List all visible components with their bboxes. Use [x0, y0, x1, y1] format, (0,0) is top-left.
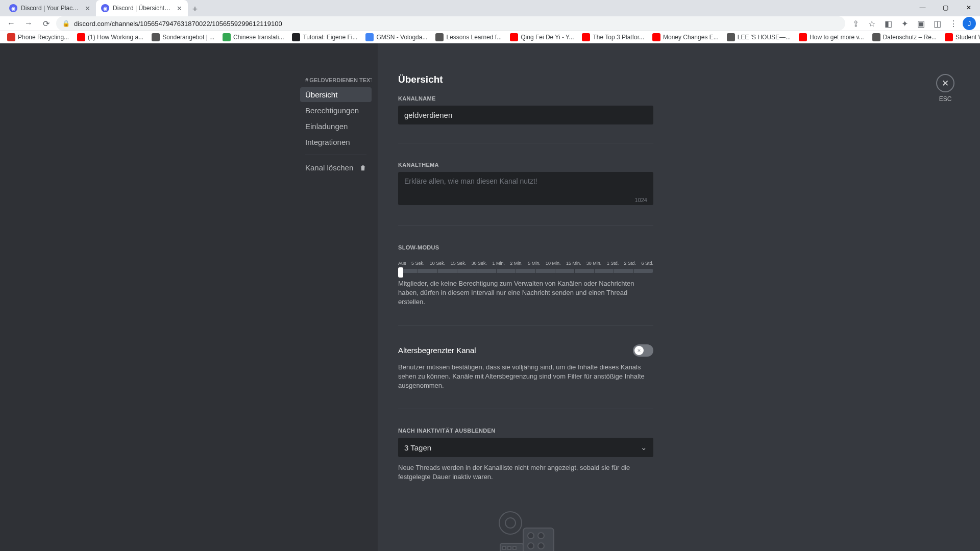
- slider-tick: [555, 269, 555, 273]
- sidebar-header: #GELDVERDIENEN TEXTKANÄ: [300, 74, 372, 86]
- back-button[interactable]: ←: [4, 16, 18, 31]
- bookmark-item[interactable]: Lessons Learned f...: [432, 31, 505, 43]
- forward-button[interactable]: →: [21, 16, 36, 31]
- maximize-button[interactable]: ▢: [934, 0, 957, 15]
- browser-tab[interactable]: ◉ Discord | Your Place to Talk an ✕: [4, 0, 96, 16]
- chevron-down-icon: ⌄: [641, 443, 647, 452]
- browser-tab-active[interactable]: ◉ Discord | Übersicht | Server v ✕: [96, 0, 188, 16]
- slider-tick: [418, 269, 418, 273]
- bookmark-favicon: [152, 33, 160, 41]
- sidebar-separator: [305, 155, 366, 155]
- bookmark-item[interactable]: GMSN - Vologda...: [362, 31, 430, 43]
- slowmode-slider[interactable]: Aus5 Sek.10 Sek.15 Sek.30 Sek.1 Min.2 Mi…: [398, 261, 653, 273]
- sidebar-item-invites[interactable]: Einladungen: [300, 119, 372, 134]
- puzzle-icon[interactable]: ✦: [897, 16, 912, 31]
- bookmark-label: Datenschutz – Re...: [883, 34, 937, 41]
- channel-topic-input[interactable]: [398, 172, 653, 205]
- bookmark-item[interactable]: Tutorial: Eigene Fi...: [289, 31, 360, 43]
- bookmark-item[interactable]: LEE 'S HOUSE—...: [724, 31, 794, 43]
- bookmark-favicon: [292, 33, 300, 41]
- slider-thumb[interactable]: [398, 267, 403, 278]
- sidebar-item-overview[interactable]: Übersicht: [300, 87, 372, 102]
- bookmark-favicon: [77, 33, 85, 41]
- extension-icon[interactable]: ◫: [930, 16, 944, 31]
- sidebar-item-integrations[interactable]: Integrationen: [300, 135, 372, 149]
- slider-tick-label: 10 Sek.: [430, 261, 446, 266]
- close-label: ESC: [939, 95, 952, 103]
- sidebar-delete-channel[interactable]: Kanal löschen: [300, 160, 372, 175]
- channel-settings-layer: #GELDVERDIENEN TEXTKANÄ Übersicht Berech…: [0, 43, 980, 551]
- bookmark-favicon: [435, 33, 444, 41]
- age-restricted-toggle[interactable]: [633, 344, 653, 357]
- bookmark-item[interactable]: Qing Fei De Yi - Y...: [507, 31, 577, 43]
- bookmark-label: LEE 'S HOUSE—...: [738, 34, 791, 41]
- address-bar[interactable]: 🔒 discord.com/channels/10565479476318700…: [56, 16, 845, 31]
- bookmark-item[interactable]: (1) How Working a...: [74, 31, 146, 43]
- bookmark-label: Chinese translati...: [233, 34, 284, 41]
- svg-rect-9: [508, 546, 511, 549]
- slider-tick: [477, 269, 477, 273]
- profile-avatar[interactable]: J: [963, 17, 976, 30]
- trash-icon: [359, 164, 366, 171]
- bookmark-item[interactable]: Money Changes E...: [649, 31, 722, 43]
- bookmark-favicon: [799, 33, 807, 41]
- url-text: discord.com/channels/1056547947631870022…: [74, 20, 282, 28]
- close-window-button[interactable]: ✕: [957, 0, 980, 15]
- bookmark-item[interactable]: Student Wants an...: [942, 31, 980, 43]
- bookmark-label: Money Changes E...: [663, 34, 719, 41]
- bookmark-item[interactable]: Chinese translati...: [219, 31, 287, 43]
- reload-button[interactable]: ⟳: [39, 16, 53, 31]
- close-icon[interactable]: ✕: [84, 5, 91, 12]
- tab-title: Discord | Übersicht | Server v: [113, 5, 172, 12]
- tab-strip: ◉ Discord | Your Place to Talk an ✕ ◉ Di…: [0, 0, 980, 16]
- svg-rect-8: [503, 546, 506, 549]
- bookmark-item[interactable]: Sonderangebot | ...: [149, 31, 217, 43]
- menu-icon[interactable]: ⋮: [946, 16, 961, 31]
- bookmark-item[interactable]: Phone Recycling...: [4, 31, 72, 43]
- page-title: Übersicht: [398, 74, 653, 85]
- age-restricted-helper: Benutzer müssen bestätigen, dass sie vol…: [398, 363, 653, 391]
- share-icon[interactable]: ⇪: [848, 16, 863, 31]
- divider: [398, 226, 653, 226]
- window-controls: — ▢ ✕: [911, 0, 980, 15]
- bookmark-favicon: [652, 33, 660, 41]
- discord-favicon: ◉: [9, 4, 17, 12]
- new-tab-button[interactable]: +: [188, 2, 202, 16]
- bookmark-label: Qing Fei De Yi - Y...: [521, 34, 574, 41]
- select-value: 3 Tagen: [404, 443, 431, 452]
- bookmark-label: Phone Recycling...: [18, 34, 69, 41]
- slider-tick-label: 30 Min.: [586, 261, 602, 266]
- inactivity-select[interactable]: 3 Tagen ⌄: [398, 438, 653, 457]
- channel-name-input[interactable]: [398, 106, 653, 124]
- close-icon[interactable]: ✕: [176, 5, 183, 12]
- extension-icon[interactable]: ▣: [914, 16, 928, 31]
- bookmark-item[interactable]: Datenschutz – Re...: [869, 31, 940, 43]
- x-icon: [636, 348, 642, 353]
- divider: [398, 409, 653, 409]
- slider-tick-label: 2 Min.: [510, 261, 523, 266]
- slider-track[interactable]: [398, 269, 653, 273]
- bookmark-item[interactable]: The Top 3 Platfor...: [579, 31, 647, 43]
- divider: [398, 143, 653, 143]
- slider-tick-label: 15 Sek.: [451, 261, 467, 266]
- channel-name-label: KANALNAME: [398, 95, 653, 102]
- slider-tick: [535, 269, 536, 273]
- minimize-button[interactable]: —: [911, 0, 934, 15]
- slider-tick: [437, 269, 438, 273]
- bookmark-label: GMSN - Vologda...: [376, 34, 427, 41]
- browser-chrome: ◉ Discord | Your Place to Talk an ✕ ◉ Di…: [0, 0, 980, 43]
- close-settings-button[interactable]: ✕ ESC: [936, 74, 954, 103]
- bookmark-favicon: [223, 33, 231, 41]
- star-icon[interactable]: ☆: [865, 16, 879, 31]
- bookmark-favicon: [872, 33, 880, 41]
- settings-content: ✕ ESC Übersicht KANALNAME KANALTHEMA 102…: [378, 43, 980, 551]
- inactivity-label: NACH INAKTIVITÄT AUSBLENDEN: [398, 428, 653, 434]
- slider-tick-label: 30 Sek.: [472, 261, 487, 266]
- divider: [398, 325, 653, 326]
- slider-tick: [633, 269, 634, 273]
- bookmark-item[interactable]: How to get more v...: [796, 31, 867, 43]
- sidebar-item-permissions[interactable]: Berechtigungen: [300, 103, 372, 118]
- extension-icon[interactable]: ◧: [881, 16, 895, 31]
- svg-point-4: [538, 533, 544, 539]
- slider-tick-label: 15 Min.: [566, 261, 581, 266]
